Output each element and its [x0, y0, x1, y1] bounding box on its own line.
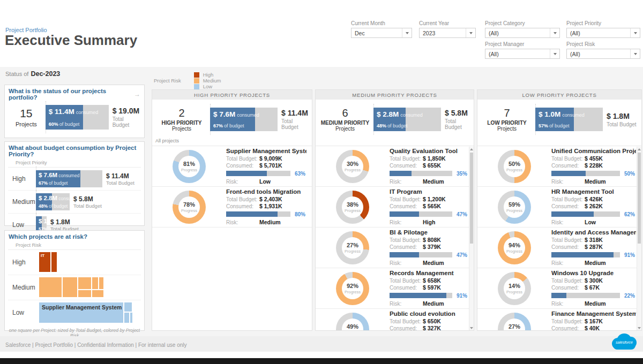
project-card[interactable]: 30%ProgressQuality Evaluation ToolTotal … [316, 146, 474, 187]
project-card[interactable]: 92%ProgressRecords ManagementTotal Budge… [316, 268, 474, 309]
progress-label: Progress [345, 330, 361, 331]
budget-progress-bar[interactable] [390, 252, 452, 257]
scrollbar[interactable] [637, 147, 641, 330]
treemap-square[interactable] [78, 277, 91, 289]
filter-select-project-risk[interactable]: (All) [566, 49, 640, 59]
treemap-square[interactable]: Supplier Management System [39, 302, 123, 323]
column-kpi: 7LOW PRIORITYProjects$ 1.0Mconsumed57%of… [477, 100, 641, 138]
project-card[interactable]: 27%ProgressBI & PilotageTotal Budget:$ 8… [316, 228, 474, 268]
project-list: 50%ProgressUnified Communication Project… [477, 146, 641, 331]
dropdown-arrow-icon[interactable] [550, 28, 559, 37]
scroll-up-arrow-icon[interactable] [637, 147, 641, 151]
progress-donut[interactable]: 38%Progress [336, 191, 369, 224]
projects-count-value: 15 [7, 107, 46, 120]
progress-donut[interactable]: 30%Progress [336, 150, 369, 183]
legend-item-low[interactable]: Low [194, 84, 242, 89]
scroll-thumb[interactable] [638, 153, 641, 244]
dropdown-arrow-icon[interactable] [630, 49, 640, 58]
project-card[interactable]: 81%ProgressSupplier Management SystemTot… [152, 146, 312, 187]
progress-value: 27% [347, 242, 358, 248]
progress-donut[interactable]: 59%Progress [498, 191, 531, 224]
budget-progress-bar[interactable] [390, 171, 452, 176]
all-projects-link[interactable]: All projects [152, 138, 312, 146]
status-label: Status of [5, 71, 28, 77]
dropdown-arrow-icon[interactable] [466, 28, 475, 37]
project-card[interactable]: 27%ProgressFinance Management SystemTota… [477, 309, 641, 331]
budget-progress-value: 62% [620, 211, 635, 217]
budget-progress-bar[interactable] [390, 211, 452, 217]
filter-select-project-category[interactable]: (All) [485, 28, 560, 38]
progress-donut[interactable]: 27%Progress [336, 231, 369, 264]
progress-donut[interactable]: 92%Progress [336, 272, 369, 305]
goto-arrow-icon[interactable]: → [134, 90, 140, 98]
filter-label: Project Category [485, 20, 560, 26]
projects-count-label: LOW PRIORITY [478, 120, 535, 126]
progress-donut-center: 81%Progress [178, 156, 200, 177]
treemap-square[interactable] [124, 313, 129, 323]
budget-progress-bar[interactable] [551, 252, 620, 257]
consumed-budget-bar[interactable]: $ 1.0Mconsumed57%of budget [535, 108, 603, 131]
project-card[interactable]: 59%ProgressHR Management ToolTotal Budge… [477, 187, 641, 228]
project-card[interactable]: 38%ProgressIT ProgramTotal Budget:$ 1,20… [316, 187, 474, 228]
dropdown-arrow-icon[interactable] [630, 28, 640, 37]
filter-select-current-month[interactable]: Dec [351, 28, 412, 38]
legend-item-high[interactable]: High [194, 72, 242, 78]
projects-count-value: 2 [153, 107, 210, 119]
progress-donut[interactable]: 49%Progress [336, 313, 369, 331]
project-card[interactable]: 49%ProgressPublic cloud evolutionTotal B… [316, 309, 474, 331]
treemap-square[interactable] [99, 277, 103, 289]
budget-progress-value: 63% [290, 171, 305, 177]
project-name: Identity and Access Management [551, 229, 636, 236]
scroll-down-arrow-icon[interactable] [637, 325, 641, 330]
project-card[interactable]: 94%ProgressIdentity and Access Managemen… [477, 228, 641, 268]
treemap-square[interactable] [92, 290, 103, 297]
project-name: IT Program [390, 188, 468, 195]
treemap-square[interactable]: IT [39, 252, 50, 272]
project-card[interactable]: 14%ProgressWindows 10 UpgradeTotal Budge… [477, 268, 641, 309]
treemap-square[interactable] [63, 277, 77, 297]
consumed-value: $ 5,701K [259, 162, 282, 169]
consumed-budget-bar[interactable]: $ 11.4Mconsumed 60%of budget [46, 105, 109, 130]
budget-progress-bar[interactable] [551, 171, 620, 176]
treemap-square[interactable] [78, 290, 91, 297]
treemap-square[interactable] [124, 302, 132, 312]
consumed-value: $ 565K [423, 203, 441, 210]
dropdown-arrow-icon[interactable] [402, 28, 412, 37]
project-card[interactable]: 50%ProgressUnified Communication Project… [477, 146, 641, 187]
treemap-square[interactable] [51, 252, 57, 272]
progress-donut[interactable]: 14%Progress [498, 272, 531, 305]
legend-item-medium[interactable]: Medium [194, 78, 242, 84]
budget-progress-bar[interactable] [551, 293, 620, 298]
dropdown-arrow-icon[interactable] [550, 49, 559, 58]
progress-value: 38% [347, 201, 358, 208]
progress-donut[interactable]: 94%Progress [498, 231, 531, 264]
treemap-square[interactable] [130, 313, 132, 323]
budget-progress-bar[interactable] [390, 293, 452, 298]
filter-value: 2023 [423, 30, 435, 36]
consumed-budget-bar[interactable]: $ 7.6Mconsumed67%of budget [210, 108, 278, 131]
progress-donut[interactable]: 78%Progress [173, 191, 206, 224]
scroll-thumb[interactable] [470, 153, 473, 244]
scrollbar[interactable] [469, 147, 474, 330]
total-budget-value: $ 9,009K [259, 155, 282, 162]
treemap-square[interactable] [92, 277, 98, 289]
filter-select-project-priority[interactable]: (All) [566, 28, 640, 38]
total-budget-value: $ 426K [585, 196, 603, 203]
budget-progress-bar[interactable] [226, 211, 290, 217]
progress-donut[interactable]: 50%Progress [498, 150, 531, 183]
consumed-budget-bar[interactable]: $ 2.8Mconsumed48%of budget [373, 108, 441, 131]
progress-donut[interactable]: 27%Progress [498, 313, 531, 331]
treemap-row-medium: Medium [8, 275, 141, 300]
scroll-up-arrow-icon[interactable] [469, 147, 474, 151]
budget-progress-bar[interactable] [226, 171, 290, 176]
consumed-budget-bar[interactable]: $ 2.8Mconsumed48%of budget [36, 193, 70, 210]
filter-select-current-year[interactable]: 2023 [419, 28, 476, 38]
risk-label: Risk: [551, 178, 585, 185]
project-card[interactable]: 78%ProgressFront-end tools MigrationTota… [152, 187, 312, 228]
treemap-square[interactable] [39, 277, 62, 297]
scroll-down-arrow-icon[interactable] [469, 325, 474, 330]
budget-progress-bar[interactable] [551, 211, 620, 217]
filter-select-project-manager[interactable]: (All) [485, 49, 560, 59]
consumed-budget-bar[interactable]: $ 7.6Mconsumed67%of budget [36, 170, 102, 187]
progress-donut[interactable]: 81%Progress [173, 150, 206, 183]
